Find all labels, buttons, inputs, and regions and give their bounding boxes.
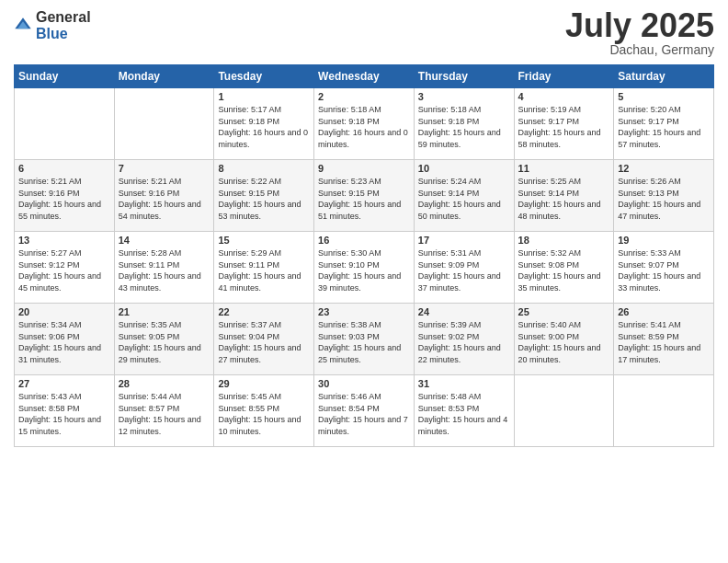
day-number-23: 23: [318, 306, 410, 317]
day-info-2: Sunrise: 5:18 AMSunset: 9:18 PMDaylight:…: [318, 104, 410, 150]
cell-w4-d4: 23Sunrise: 5:38 AMSunset: 9:03 PMDayligh…: [314, 304, 415, 375]
day-number-18: 18: [518, 235, 610, 246]
daylight-4: Daylight: 15 hours and 58 minutes.: [518, 127, 610, 150]
day-number-2: 2: [318, 91, 410, 102]
daylight-17: Daylight: 15 hours and 37 minutes.: [418, 270, 510, 293]
header-sunday: Sunday: [15, 65, 115, 88]
sunset-6: Sunset: 9:16 PM: [18, 188, 110, 200]
sunrise-14: Sunrise: 5:28 AM: [119, 247, 210, 259]
logo-general-text: General: [36, 9, 91, 26]
day-info-19: Sunrise: 5:33 AMSunset: 9:07 PMDaylight:…: [618, 247, 710, 293]
cell-w3-d7: 19Sunrise: 5:33 AMSunset: 9:07 PMDayligh…: [614, 232, 714, 304]
sunset-24: Sunset: 9:02 PM: [418, 331, 510, 343]
day-number-29: 29: [218, 378, 310, 389]
sunset-19: Sunset: 9:07 PM: [618, 259, 710, 271]
day-number-30: 30: [318, 378, 410, 389]
day-number-5: 5: [618, 91, 710, 102]
daylight-25: Daylight: 15 hours and 20 minutes.: [518, 342, 610, 365]
day-number-4: 4: [518, 91, 610, 102]
cell-w2-d2: 7Sunrise: 5:21 AMSunset: 9:16 PMDaylight…: [114, 160, 214, 232]
cell-w5-d4: 30Sunrise: 5:46 AMSunset: 8:54 PMDayligh…: [314, 375, 415, 447]
sunset-13: Sunset: 9:12 PM: [18, 259, 110, 271]
cell-w1-d1: [15, 88, 115, 160]
sunrise-6: Sunrise: 5:21 AM: [18, 176, 110, 188]
sunrise-21: Sunrise: 5:35 AM: [119, 319, 210, 331]
day-number-16: 16: [318, 235, 410, 246]
cell-w3-d1: 13Sunrise: 5:27 AMSunset: 9:12 PMDayligh…: [15, 232, 115, 304]
sunset-30: Sunset: 8:54 PM: [318, 403, 410, 415]
cell-w3-d5: 17Sunrise: 5:31 AMSunset: 9:09 PMDayligh…: [414, 232, 514, 304]
cell-w4-d6: 25Sunrise: 5:40 AMSunset: 9:00 PMDayligh…: [514, 304, 614, 375]
day-info-18: Sunrise: 5:32 AMSunset: 9:08 PMDaylight:…: [518, 247, 610, 293]
day-number-6: 6: [18, 163, 110, 174]
sunset-1: Sunset: 9:18 PM: [218, 116, 310, 128]
sunset-26: Sunset: 8:59 PM: [618, 331, 710, 343]
cell-w1-d3: 1Sunrise: 5:17 AMSunset: 9:18 PMDaylight…: [214, 88, 314, 160]
day-info-29: Sunrise: 5:45 AMSunset: 8:55 PMDaylight:…: [218, 391, 310, 437]
sunrise-26: Sunrise: 5:41 AM: [618, 319, 710, 331]
calendar-body: 1Sunrise: 5:17 AMSunset: 9:18 PMDaylight…: [15, 88, 714, 447]
cell-w5-d2: 28Sunrise: 5:44 AMSunset: 8:57 PMDayligh…: [114, 375, 214, 447]
day-info-3: Sunrise: 5:18 AMSunset: 9:18 PMDaylight:…: [418, 104, 510, 150]
daylight-7: Daylight: 15 hours and 54 minutes.: [119, 199, 210, 222]
day-info-5: Sunrise: 5:20 AMSunset: 9:17 PMDaylight:…: [618, 104, 710, 150]
sunset-14: Sunset: 9:11 PM: [119, 259, 210, 271]
sunset-8: Sunset: 9:15 PM: [218, 188, 310, 200]
daylight-26: Daylight: 15 hours and 17 minutes.: [618, 342, 710, 365]
day-info-12: Sunrise: 5:26 AMSunset: 9:13 PMDaylight:…: [618, 176, 710, 222]
daylight-13: Daylight: 15 hours and 45 minutes.: [18, 270, 110, 293]
week-row-1: 1Sunrise: 5:17 AMSunset: 9:18 PMDaylight…: [15, 88, 714, 160]
cell-w3-d6: 18Sunrise: 5:32 AMSunset: 9:08 PMDayligh…: [514, 232, 614, 304]
daylight-14: Daylight: 15 hours and 43 minutes.: [119, 270, 210, 293]
day-info-28: Sunrise: 5:44 AMSunset: 8:57 PMDaylight:…: [119, 391, 210, 437]
day-info-17: Sunrise: 5:31 AMSunset: 9:09 PMDaylight:…: [418, 247, 510, 293]
cell-w1-d4: 2Sunrise: 5:18 AMSunset: 9:18 PMDaylight…: [314, 88, 415, 160]
sunrise-30: Sunrise: 5:46 AM: [318, 391, 410, 403]
daylight-6: Daylight: 15 hours and 55 minutes.: [18, 199, 110, 222]
sunset-2: Sunset: 9:18 PM: [318, 116, 410, 128]
day-number-11: 11: [518, 163, 610, 174]
day-info-8: Sunrise: 5:22 AMSunset: 9:15 PMDaylight:…: [218, 176, 310, 222]
cell-w1-d2: [114, 88, 214, 160]
daylight-30: Daylight: 15 hours and 7 minutes.: [318, 414, 410, 437]
day-info-7: Sunrise: 5:21 AMSunset: 9:16 PMDaylight:…: [119, 176, 210, 222]
sunset-15: Sunset: 9:11 PM: [218, 259, 310, 271]
cell-w5-d1: 27Sunrise: 5:43 AMSunset: 8:58 PMDayligh…: [15, 375, 115, 447]
daylight-8: Daylight: 15 hours and 53 minutes.: [218, 199, 310, 222]
daylight-5: Daylight: 15 hours and 57 minutes.: [618, 127, 710, 150]
sunset-27: Sunset: 8:58 PM: [18, 403, 110, 415]
sunrise-23: Sunrise: 5:38 AM: [318, 319, 410, 331]
day-number-25: 25: [518, 306, 610, 317]
header-monday: Monday: [114, 65, 214, 88]
page: General Blue July 2025 Dachau, Germany S…: [0, 0, 728, 563]
cell-w2-d7: 12Sunrise: 5:26 AMSunset: 9:13 PMDayligh…: [614, 160, 714, 232]
calendar-header: Sunday Monday Tuesday Wednesday Thursday…: [15, 65, 714, 88]
sunrise-2: Sunrise: 5:18 AM: [318, 104, 410, 116]
day-info-6: Sunrise: 5:21 AMSunset: 9:16 PMDaylight:…: [18, 176, 110, 222]
day-info-31: Sunrise: 5:48 AMSunset: 8:53 PMDaylight:…: [418, 391, 510, 437]
cell-w2-d4: 9Sunrise: 5:23 AMSunset: 9:15 PMDaylight…: [314, 160, 415, 232]
cell-w3-d2: 14Sunrise: 5:28 AMSunset: 9:11 PMDayligh…: [114, 232, 214, 304]
header-tuesday: Tuesday: [214, 65, 314, 88]
day-number-27: 27: [18, 378, 110, 389]
sunset-28: Sunset: 8:57 PM: [119, 403, 210, 415]
sunrise-27: Sunrise: 5:43 AM: [18, 391, 110, 403]
sunrise-3: Sunrise: 5:18 AM: [418, 104, 510, 116]
header-wednesday: Wednesday: [314, 65, 415, 88]
sunrise-1: Sunrise: 5:17 AM: [218, 104, 310, 116]
sunset-10: Sunset: 9:14 PM: [418, 188, 510, 200]
sunrise-25: Sunrise: 5:40 AM: [518, 319, 610, 331]
sunrise-5: Sunrise: 5:20 AM: [618, 104, 710, 116]
daylight-21: Daylight: 15 hours and 29 minutes.: [119, 342, 210, 365]
sunrise-19: Sunrise: 5:33 AM: [618, 247, 710, 259]
day-number-1: 1: [218, 91, 310, 102]
day-info-26: Sunrise: 5:41 AMSunset: 8:59 PMDaylight:…: [618, 319, 710, 365]
sunset-7: Sunset: 9:16 PM: [119, 188, 210, 200]
cell-w5-d7: [614, 375, 714, 447]
day-info-24: Sunrise: 5:39 AMSunset: 9:02 PMDaylight:…: [418, 319, 510, 365]
day-number-26: 26: [618, 306, 710, 317]
sunset-12: Sunset: 9:13 PM: [618, 188, 710, 200]
daylight-1: Daylight: 16 hours and 0 minutes.: [218, 127, 310, 150]
header-row: Sunday Monday Tuesday Wednesday Thursday…: [15, 65, 714, 88]
sunrise-31: Sunrise: 5:48 AM: [418, 391, 510, 403]
